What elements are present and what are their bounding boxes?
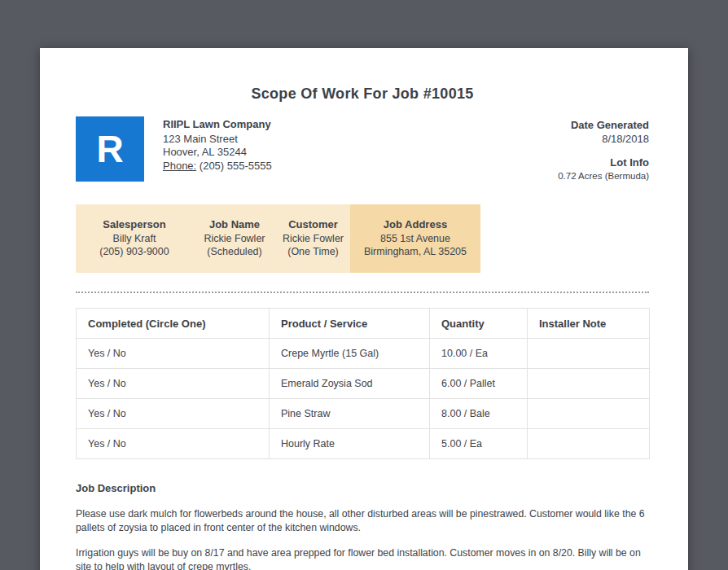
company-phone: Phone: (205) 555-5555 — [163, 160, 272, 173]
cell-product: Crepe Myrtle (15 Gal) — [270, 339, 430, 369]
cell-product: Hourly Rate — [270, 429, 430, 459]
lot-info-value: 0.72 Acres (Bermuda) — [558, 169, 649, 183]
summary-line2: Birmingham, AL 35205 — [353, 245, 477, 258]
summary-label: Job Name — [196, 218, 273, 231]
table-row: Yes / No Emerald Zoysia Sod 6.00 / Palle… — [77, 369, 650, 399]
summary-line1: 855 1st Avenue — [353, 232, 477, 245]
company-address-line2: Hoover, AL 35244 — [163, 146, 272, 160]
cell-quantity: 8.00 / Bale — [430, 399, 528, 429]
cell-installer-note — [528, 369, 650, 399]
job-description-paragraph: Irrigation guys will be buy on 8/17 and … — [76, 546, 649, 570]
viewer-background: Scope Of Work For Job #10015 R RIIPL Law… — [0, 0, 728, 570]
lot-info-label: Lot Info — [558, 156, 649, 169]
summary-col-salesperson: Salesperson Billy Kraft (205) 903-9000 — [76, 204, 193, 273]
table-row: Yes / No Hourly Rate 5.00 / Ea — [77, 429, 650, 459]
document-title: Scope Of Work For Job #10015 — [76, 86, 649, 103]
summary-label: Salesperson — [79, 218, 190, 231]
cell-quantity: 5.00 / Ea — [430, 429, 528, 459]
header-product-service: Product / Service — [270, 309, 430, 339]
summary-line1: Rickie Fowler — [196, 232, 273, 245]
company-address-line1: 123 Main Street — [163, 133, 272, 147]
document-page: Scope Of Work For Job #10015 R RIIPL Law… — [40, 48, 688, 570]
header-completed: Completed (Circle One) — [77, 309, 270, 339]
summary-line2: (Scheduled) — [196, 245, 273, 258]
cell-completed: Yes / No — [77, 339, 270, 369]
cell-quantity: 10.00 / Ea — [430, 339, 528, 369]
logo-letter: R — [96, 127, 123, 171]
summary-col-job-address: Job Address 855 1st Avenue Birmingham, A… — [350, 204, 480, 273]
date-generated-label: Date Generated — [558, 118, 649, 132]
summary-label: Job Address — [353, 218, 477, 231]
summary-label: Customer — [279, 218, 347, 231]
date-generated-value: 8/18/2018 — [558, 132, 649, 146]
job-summary-band: Salesperson Billy Kraft (205) 903-9000 J… — [76, 204, 480, 273]
work-table: Completed (Circle One) Product / Service… — [76, 308, 650, 459]
job-description-heading: Job Description — [76, 482, 649, 494]
cell-completed: Yes / No — [77, 369, 270, 399]
company-block: R RIIPL Lawn Company 123 Main Street Hoo… — [76, 116, 272, 183]
header-installer-note: Installer Note — [528, 309, 650, 339]
table-row: Yes / No Pine Straw 8.00 / Bale — [77, 399, 650, 429]
cell-completed: Yes / No — [77, 429, 270, 459]
cell-product: Emerald Zoysia Sod — [270, 369, 430, 399]
job-description-paragraph: Please use dark mulch for flowerbeds aro… — [76, 507, 649, 535]
document-meta: Date Generated 8/18/2018 Lot Info 0.72 A… — [558, 116, 649, 183]
summary-col-customer: Customer Rickie Fowler (One Time) — [276, 204, 350, 273]
work-table-header-row: Completed (Circle One) Product / Service… — [77, 309, 650, 339]
phone-number: (205) 555-5555 — [200, 160, 272, 172]
cell-installer-note — [528, 339, 650, 369]
summary-line1: Billy Kraft — [79, 232, 190, 245]
summary-line2: (205) 903-9000 — [79, 245, 190, 258]
summary-line1: Rickie Fowler — [279, 232, 347, 245]
cell-quantity: 6.00 / Pallet — [430, 369, 528, 399]
document-header: R RIIPL Lawn Company 123 Main Street Hoo… — [76, 116, 649, 183]
company-name: RIIPL Lawn Company — [163, 118, 272, 132]
cell-installer-note — [528, 399, 650, 429]
summary-line2: (One Time) — [279, 245, 347, 258]
company-info: RIIPL Lawn Company 123 Main Street Hoove… — [163, 116, 272, 183]
job-description-section: Job Description Please use dark mulch fo… — [76, 482, 649, 570]
company-logo: R — [76, 116, 144, 182]
cell-installer-note — [528, 429, 650, 459]
summary-col-job-name: Job Name Rickie Fowler (Scheduled) — [193, 204, 276, 273]
phone-label: Phone: — [163, 160, 196, 172]
header-quantity: Quantity — [430, 309, 528, 339]
cell-completed: Yes / No — [77, 399, 270, 429]
table-row: Yes / No Crepe Myrtle (15 Gal) 10.00 / E… — [77, 339, 650, 369]
cell-product: Pine Straw — [270, 399, 430, 429]
dotted-divider — [76, 292, 649, 293]
